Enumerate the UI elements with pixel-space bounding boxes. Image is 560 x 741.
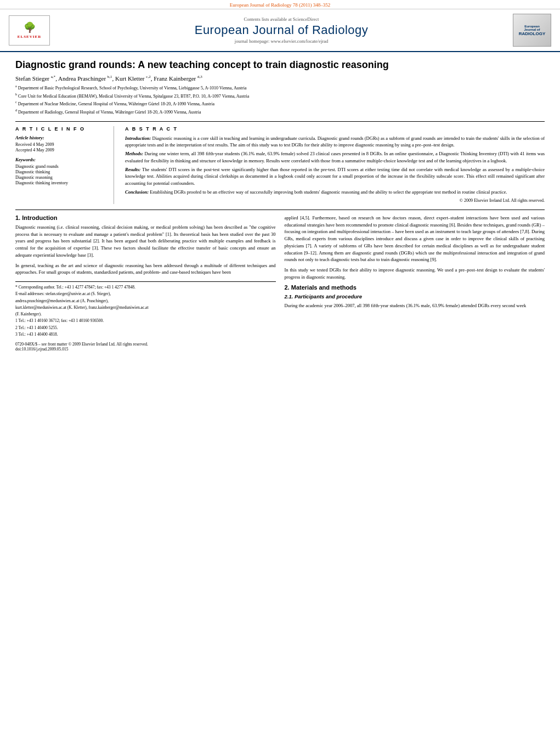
accepted-date: Accepted 4 May 2009: [15, 148, 107, 152]
results-label: Results:: [125, 167, 140, 172]
results-text: The students' DTI scores in the post-tes…: [125, 167, 545, 186]
affiliations: a Department of Basic Psychological Rese…: [15, 84, 545, 116]
participants-section-num: 2.1.: [285, 293, 293, 299]
journal-citation: European Journal of Radiology 78 (2011) …: [230, 2, 331, 8]
intro-right-paragraph-2: In this study we tested DGRs for their a…: [285, 267, 545, 281]
keyword-4: Diagnostic thinking inventory: [15, 180, 107, 185]
content-divider: [15, 210, 545, 210]
elsevier-logo: 🌳 ELSEVIER: [9, 15, 50, 46]
journal-center: Contents lists available at ScienceDirec…: [50, 16, 513, 44]
article-info: A R T I C L E I N F O Article history: R…: [15, 126, 114, 204]
abstract-section: A B S T R A C T Introduction: Diagnostic…: [125, 126, 545, 204]
keyword-3: Diagnostic reasoning: [15, 175, 107, 180]
authors-text: Stefan Stieger a,*, Andrea Praschinger b…: [15, 75, 202, 82]
keywords-section: Keywords: Diagnostic grand rounds Diagno…: [15, 157, 107, 185]
info-abstract-section: A R T I C L E I N F O Article history: R…: [15, 121, 545, 204]
participants-section-title: Participants and procedure: [295, 293, 362, 299]
footnotes: * Corresponding author. Tel.: +43 1 4277…: [15, 281, 276, 337]
copyright-line: © 2009 Elsevier Ireland Ltd. All rights …: [125, 197, 545, 204]
doi-text: doi:10.1016/j.ejrad.2009.05.015: [15, 347, 276, 352]
intro-heading: 1. Introduction: [15, 214, 276, 221]
keyword-2: Diagnostic thinking: [15, 169, 107, 174]
keywords-label: Keywords:: [15, 157, 107, 162]
keyword-1: Diagnostic grand rounds: [15, 164, 107, 169]
intro-section-num: 1.: [15, 214, 20, 221]
abstract-methods: Methods: During one winter term, all 398…: [125, 150, 545, 164]
radiology-logo: EuropeanJournal ofRADIOLOGY: [513, 14, 551, 47]
footnote-7: 2 Tel.: +43 1 40400 5255.: [15, 325, 276, 331]
issn-line: 0720-048X/$ – see front matter © 2009 El…: [15, 342, 276, 352]
affiliation-a: a Department of Basic Psychological Rese…: [15, 84, 545, 92]
journal-header: 🌳 ELSEVIER Contents lists available at S…: [0, 9, 560, 52]
body-left-col: 1. Introduction Diagnostic reasoning (i.…: [15, 214, 276, 352]
abstract-results: Results: The students' DTI scores in the…: [125, 166, 545, 186]
affiliation-b: b Core Unit for Medical Education (BEMAW…: [15, 92, 545, 100]
body-content: 1. Introduction Diagnostic reasoning (i.…: [15, 214, 545, 352]
intro-section-title: Introduction: [22, 214, 57, 221]
abstract-intro: Introduction: Diagnostic reasoning is a …: [125, 135, 545, 149]
methods-label: Methods:: [125, 151, 143, 156]
intro-right-paragraph-1: applied [4,5]. Furthermore, based on res…: [285, 214, 545, 263]
conclusion-text: Establishing DGRs proofed to be an effec…: [150, 189, 507, 195]
intro-paragraph-2: In general, teaching as the art and scie…: [15, 262, 276, 276]
main-content: Diagnostic grand rounds: A new teaching …: [0, 52, 560, 356]
participants-paragraph: During the academic year 2006–2007, all …: [285, 302, 545, 309]
intro-paragraph-1: Diagnostic reasoning (i.e. clinical reas…: [15, 224, 276, 259]
journal-title: European Journal of Radiology: [50, 23, 513, 37]
elsevier-brand: ELSEVIER: [18, 35, 41, 39]
elsevier-tree-icon: 🌳: [24, 21, 36, 33]
issn-text: 0720-048X/$ – see front matter © 2009 El…: [15, 342, 276, 347]
article-info-title: A R T I C L E I N F O: [15, 126, 107, 132]
journal-homepage: journal homepage: www.elsevier.com/locat…: [50, 38, 513, 44]
intro-text: Diagnostic reasoning is a core skill in …: [125, 135, 545, 148]
materials-section-title: Materials and methods: [291, 284, 357, 291]
footnote-2: E-mail addresses: stefan.stieger@univie.…: [15, 291, 276, 297]
radiology-logo-text: EuropeanJournal ofRADIOLOGY: [517, 22, 547, 38]
materials-section-num: 2.: [285, 284, 290, 291]
materials-heading: 2. Materials and methods: [285, 284, 545, 291]
footnote-3: andrea.praschinger@meduniwien.ac.at (A. …: [15, 298, 276, 304]
sciencedirect-line: Contents lists available at ScienceDirec…: [50, 16, 513, 22]
affiliation-d: d Department of Radiology, General Hospi…: [15, 108, 545, 116]
received-date: Received 4 May 2009: [15, 142, 107, 147]
methods-text: During one winter term, all 398 fifth-ye…: [125, 151, 545, 163]
authors-line: Stefan Stieger a,*, Andrea Praschinger b…: [15, 75, 545, 82]
affiliation-c: c Department of Nuclear Medicine, Genera…: [15, 100, 545, 108]
participants-heading: 2.1. Participants and procedure: [285, 293, 545, 299]
footnote-8: 3 Tel.: +43 1 40400 4818.: [15, 331, 276, 337]
footnote-4: kurt.kletter@meduniwien.ac.at (K. Klette…: [15, 304, 276, 310]
conclusion-label: Conclusion:: [125, 189, 149, 195]
intro-label: Introduction:: [125, 135, 151, 141]
abstract-conclusion: Conclusion: Establishing DGRs proofed to…: [125, 189, 545, 195]
abstract-title: A B S T R A C T: [125, 126, 545, 132]
body-right-col: applied [4,5]. Furthermore, based on res…: [285, 214, 545, 352]
history-label: Article history:: [15, 135, 107, 140]
footnote-1: * Corresponding author. Tel.: +43 1 4277…: [15, 284, 276, 290]
footnote-5: (F. Kainberger).: [15, 311, 276, 317]
footnote-6: 1 Tel.: +43 1 40160 36712; fax: +43 1 40…: [15, 318, 276, 324]
abstract-text: Introduction: Diagnostic reasoning is a …: [125, 135, 545, 204]
article-title: Diagnostic grand rounds: A new teaching …: [15, 59, 545, 71]
top-banner: European Journal of Radiology 78 (2011) …: [0, 0, 560, 9]
